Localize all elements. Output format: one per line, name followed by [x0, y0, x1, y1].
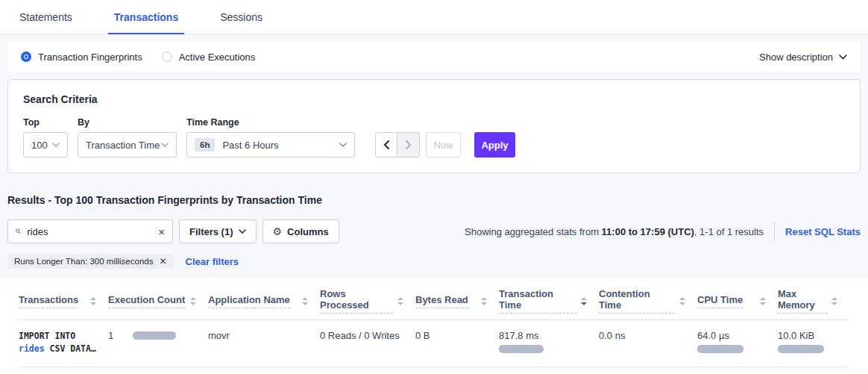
chevron-down-icon	[161, 143, 169, 147]
application-name-cell: movr	[208, 330, 320, 341]
by-label: By	[78, 117, 177, 128]
transaction-time-bar	[499, 345, 544, 353]
top-tab-bar: Statements Transactions Sessions	[0, 0, 868, 34]
radio-selected-icon	[21, 52, 31, 62]
time-range-select[interactable]: 6h Past 6 Hours	[186, 132, 355, 158]
by-select[interactable]: Transaction Time	[78, 132, 177, 158]
now-button[interactable]: Now	[426, 132, 461, 158]
transactions-table: Transactions Execution Count Application…	[0, 278, 868, 374]
sort-icon[interactable]	[831, 297, 837, 305]
max-memory-bar	[778, 345, 824, 353]
tab-sessions[interactable]: Sessions	[214, 0, 268, 34]
time-range-field: Time Range 6h Past 6 Hours	[186, 117, 355, 158]
sort-icon[interactable]	[481, 297, 487, 305]
remove-filter-icon[interactable]: ✕	[159, 257, 166, 266]
time-range-value: Past 6 Hours	[222, 140, 278, 151]
show-description-label: Show description	[759, 52, 833, 63]
chevron-down-icon	[52, 143, 60, 147]
execution-count-cell: 1	[108, 330, 208, 341]
sort-icon[interactable]	[190, 297, 196, 305]
time-range-badge: 6h	[195, 138, 215, 152]
results-toolbar: × Filters (1) ⚙ Columns Showing aggregat…	[7, 219, 861, 243]
header-bytes-read: Bytes Read	[415, 294, 499, 308]
chevron-right-icon	[406, 140, 412, 149]
radio-label: Active Executions	[179, 52, 256, 63]
filters-button[interactable]: Filters (1)	[179, 219, 257, 243]
view-toggle-strip: Transaction Fingerprints Active Executio…	[7, 42, 861, 72]
tab-statements[interactable]: Statements	[13, 0, 78, 34]
rows-processed-cell: 0 Reads / 0 Writes	[320, 330, 415, 341]
columns-label: Columns	[287, 226, 329, 237]
sort-icon[interactable]	[397, 297, 403, 305]
tab-transactions[interactable]: Transactions	[108, 0, 184, 34]
by-field: By Transaction Time	[78, 117, 177, 158]
header-application-name: Application Name	[208, 294, 320, 308]
execution-count-bar	[133, 331, 176, 340]
top-field: Top 100	[23, 117, 68, 158]
reset-sql-stats-link[interactable]: Reset SQL Stats	[785, 226, 861, 237]
bytes-read-cell: 0 B	[415, 330, 499, 341]
time-range-label: Time Range	[186, 117, 355, 128]
header-contention-time: Contention Time	[599, 288, 697, 314]
time-range-arrows	[375, 132, 420, 158]
chevron-left-icon	[383, 140, 389, 149]
max-memory-cell: 10.0 KiB	[778, 330, 849, 353]
vertical-divider	[774, 222, 775, 241]
search-criteria-panel: Search Criteria Top 100 By Transaction T…	[7, 79, 861, 173]
search-icon	[16, 226, 21, 237]
sort-icon[interactable]	[302, 297, 308, 305]
header-cpu-time: CPU Time	[697, 294, 778, 308]
radio-active-executions[interactable]: Active Executions	[162, 52, 256, 63]
header-transaction-time: Transaction Time	[499, 288, 599, 314]
header-max-memory: Max Memory	[778, 288, 849, 314]
results-title: Results - Top 100 Transaction Fingerprin…	[7, 194, 861, 206]
radio-label: Transaction Fingerprints	[38, 52, 142, 63]
aggregated-stats-text: Showing aggregated stats from 11:00 to 1…	[465, 222, 861, 241]
columns-button[interactable]: ⚙ Columns	[262, 219, 339, 243]
top-value: 100	[31, 140, 48, 151]
apply-button[interactable]: Apply	[474, 132, 515, 158]
chevron-down-icon	[839, 54, 847, 60]
sort-icon[interactable]	[760, 297, 766, 305]
sort-icon[interactable]	[679, 297, 685, 305]
sort-desc-icon[interactable]	[581, 297, 587, 305]
clear-filters-link[interactable]: Clear filters	[186, 256, 239, 267]
filter-chip-label: Runs Longer Than: 300 milliseconds	[14, 257, 153, 266]
transaction-time-cell: 817.8 ms	[499, 330, 599, 353]
top-select[interactable]: 100	[23, 132, 68, 158]
gear-icon: ⚙	[273, 225, 283, 237]
applied-filters-row: Runs Longer Than: 300 milliseconds ✕ Cle…	[7, 254, 861, 269]
by-value: Transaction Time	[86, 140, 160, 151]
transaction-fingerprint-link[interactable]: IMPORT INTO rides CSV DATA…	[19, 330, 108, 355]
radio-unselected-icon	[162, 52, 172, 62]
sort-icon[interactable]	[90, 297, 96, 305]
contention-time-cell: 0.0 ns	[599, 330, 697, 341]
header-execution-count: Execution Count	[108, 294, 208, 308]
show-description-toggle[interactable]: Show description	[759, 52, 847, 63]
clear-search-icon[interactable]: ×	[158, 226, 165, 237]
next-time-range-button[interactable]	[397, 132, 420, 158]
transactions-page: Statements Transactions Sessions Transac…	[0, 0, 868, 374]
chevron-down-icon	[239, 229, 246, 234]
chevron-down-icon	[339, 143, 347, 147]
filter-chip: Runs Longer Than: 300 milliseconds ✕	[7, 254, 174, 269]
search-input[interactable]	[27, 226, 158, 237]
cpu-time-bar	[697, 345, 743, 353]
top-label: Top	[23, 117, 68, 128]
search-criteria-form: Top 100 By Transaction Time Time Range 6…	[23, 117, 845, 158]
table-header-row: Transactions Execution Count Application…	[19, 278, 849, 320]
search-criteria-title: Search Criteria	[23, 93, 845, 105]
header-rows-processed: Rows Processed	[320, 288, 415, 314]
radio-transaction-fingerprints[interactable]: Transaction Fingerprints	[21, 52, 142, 63]
search-box[interactable]: ×	[7, 219, 173, 243]
previous-time-range-button[interactable]	[375, 132, 397, 158]
header-transactions: Transactions	[19, 294, 108, 308]
filters-label: Filters (1)	[189, 226, 233, 237]
table-row: IMPORT INTO rides CSV DATA… 1 movr 0 Rea…	[19, 320, 849, 367]
cpu-time-cell: 64.0 µs	[697, 330, 778, 353]
